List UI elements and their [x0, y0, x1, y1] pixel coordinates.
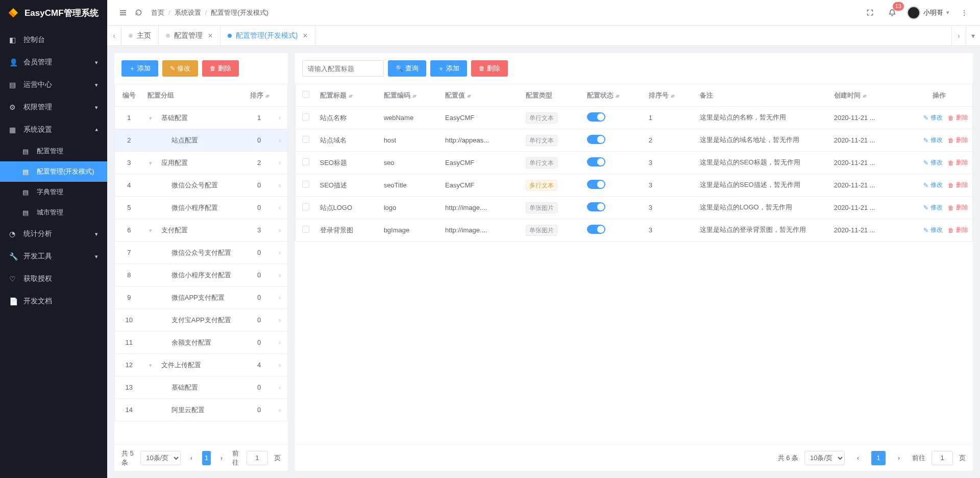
row-edit-button[interactable]: ✎修改 — [923, 181, 943, 189]
table-row[interactable]: 5 微信小程序配置 0 › — [115, 197, 288, 219]
more-button[interactable]: ⋮ — [957, 5, 972, 20]
close-icon[interactable]: ✕ — [208, 32, 213, 39]
row-more-button[interactable]: › — [273, 309, 288, 331]
cell-check[interactable] — [296, 107, 316, 129]
row-checkbox[interactable] — [302, 226, 309, 233]
tabs-next-button[interactable]: › — [951, 26, 966, 45]
col-title[interactable]: 配置标题▴▾ — [316, 84, 380, 107]
breadcrumb-item[interactable]: 首页 — [151, 8, 164, 17]
add-group-button[interactable]: ＋添加 — [121, 60, 158, 77]
row-checkbox[interactable] — [302, 136, 309, 143]
tab[interactable]: 配置管理 ✕ — [159, 26, 220, 45]
tabs-prev-button[interactable]: ‹ — [107, 26, 121, 45]
row-more-button[interactable]: › — [273, 376, 288, 399]
page-prev-button[interactable]: ‹ — [187, 451, 195, 465]
edit-group-button[interactable]: ✎修改 — [162, 60, 198, 77]
cell-check[interactable] — [296, 152, 316, 174]
row-more-button[interactable]: › — [273, 219, 288, 242]
row-more-button[interactable]: › — [273, 399, 288, 421]
table-row[interactable]: 12 ▾ 文件上传配置 4 › — [115, 354, 288, 376]
fullscreen-button[interactable] — [862, 5, 877, 20]
row-edit-button[interactable]: ✎修改 — [923, 136, 943, 145]
collapse-sidebar-button[interactable] — [115, 5, 131, 20]
status-switch[interactable] — [587, 180, 605, 189]
row-delete-button[interactable]: 🗑删除 — [948, 136, 968, 145]
col-sort[interactable]: 排序▴▾ — [246, 84, 273, 107]
status-switch[interactable] — [587, 157, 605, 166]
goto-page-input[interactable] — [932, 451, 953, 465]
row-checkbox[interactable] — [302, 203, 309, 210]
col-sort[interactable]: 排序号▴▾ — [645, 84, 696, 107]
checkbox-all[interactable] — [302, 91, 309, 98]
table-row[interactable]: 3 ▾ 应用配置 2 › — [115, 152, 288, 174]
col-value[interactable]: 配置值▴▾ — [441, 84, 522, 107]
cell-status[interactable] — [583, 107, 644, 129]
notifications-button[interactable]: 13 — [885, 5, 900, 20]
sidebar-subitem[interactable]: ▤配置管理(开发模式) — [0, 161, 107, 182]
status-switch[interactable] — [587, 202, 605, 211]
close-icon[interactable]: ✕ — [303, 32, 308, 39]
cell-status[interactable] — [583, 197, 644, 219]
row-checkbox[interactable] — [302, 113, 309, 121]
row-more-button[interactable]: › — [273, 331, 288, 354]
expand-icon[interactable]: ▾ — [149, 227, 156, 234]
sidebar-subitem[interactable]: ▤字典管理 — [0, 182, 107, 202]
row-more-button[interactable]: › — [273, 197, 288, 219]
cell-status[interactable] — [583, 219, 644, 242]
cell-check[interactable] — [296, 174, 316, 197]
table-row[interactable]: 9 微信APP支付配置 0 › — [115, 286, 288, 309]
search-button[interactable]: 🔍查询 — [388, 60, 426, 77]
row-more-button[interactable]: › — [273, 152, 288, 174]
page-prev-button[interactable]: ‹ — [851, 451, 865, 465]
row-more-button[interactable]: › — [273, 264, 288, 286]
expand-icon[interactable]: ▾ — [149, 115, 156, 122]
goto-page-input[interactable] — [247, 451, 268, 465]
expand-icon[interactable]: ▾ — [149, 160, 156, 166]
delete-group-button[interactable]: 🗑删除 — [202, 60, 239, 77]
table-row[interactable]: 7 微信公众号支付配置 0 › — [115, 242, 288, 264]
col-status[interactable]: 配置状态▴▾ — [583, 84, 644, 107]
add-config-button[interactable]: ＋添加 — [430, 60, 467, 77]
table-row[interactable]: 4 微信公众号配置 0 › — [115, 174, 288, 197]
row-more-button[interactable]: › — [273, 174, 288, 197]
row-delete-button[interactable]: 🗑删除 — [948, 203, 968, 212]
status-switch[interactable] — [587, 112, 605, 122]
row-more-button[interactable]: › — [273, 242, 288, 264]
col-check[interactable] — [296, 84, 316, 107]
sidebar-item[interactable]: ▤ 运营中心 ▾ — [0, 74, 107, 96]
cell-status[interactable] — [583, 129, 644, 152]
sidebar-item[interactable]: 👤 会员管理 ▾ — [0, 51, 107, 74]
expand-icon[interactable]: ▾ — [149, 362, 156, 369]
search-input[interactable] — [302, 60, 384, 77]
user-menu[interactable]: 小明哥 ▾ — [907, 6, 949, 19]
row-more-button[interactable]: › — [273, 107, 288, 129]
table-row[interactable]: 10 支付宝APP支付配置 0 › — [115, 309, 288, 331]
sidebar-subitem[interactable]: ▤配置管理 — [0, 141, 107, 161]
cell-status[interactable] — [583, 174, 644, 197]
table-row[interactable]: 11 余额支付配置 0 › — [115, 331, 288, 354]
table-row[interactable]: 6 ▾ 支付配置 3 › — [115, 219, 288, 242]
sidebar-item[interactable]: ⚙ 权限管理 ▾ — [0, 96, 107, 118]
page-number-button[interactable]: 1 — [202, 451, 211, 465]
table-row[interactable]: 14 阿里云配置 0 › — [115, 399, 288, 421]
cell-check[interactable] — [296, 129, 316, 152]
row-edit-button[interactable]: ✎修改 — [923, 203, 943, 212]
page-size-select[interactable]: 10条/页 — [140, 451, 181, 465]
cell-check[interactable] — [296, 219, 316, 242]
sidebar-item[interactable]: 📄 开发文档 — [0, 290, 107, 313]
row-delete-button[interactable]: 🗑删除 — [948, 113, 968, 122]
col-code[interactable]: 配置编码▴▾ — [380, 84, 441, 107]
table-row[interactable]: 8 微信小程序支付配置 0 › — [115, 264, 288, 286]
page-next-button[interactable]: › — [217, 451, 226, 465]
cell-status[interactable] — [583, 152, 644, 174]
status-switch[interactable] — [587, 225, 605, 234]
sidebar-item[interactable]: ▦ 系统设置 ▾ — [0, 118, 107, 141]
tab[interactable]: 主页 — [121, 26, 159, 45]
row-delete-button[interactable]: 🗑删除 — [948, 158, 968, 167]
sidebar-item[interactable]: ◔ 统计分析 ▾ — [0, 223, 107, 245]
table-row[interactable]: 1 ▾ 基础配置 1 › — [115, 107, 288, 129]
page-number-button[interactable]: 1 — [871, 451, 886, 465]
row-edit-button[interactable]: ✎修改 — [923, 226, 943, 234]
row-more-button[interactable]: › — [273, 354, 288, 376]
page-size-select[interactable]: 10条/页 — [804, 451, 845, 465]
